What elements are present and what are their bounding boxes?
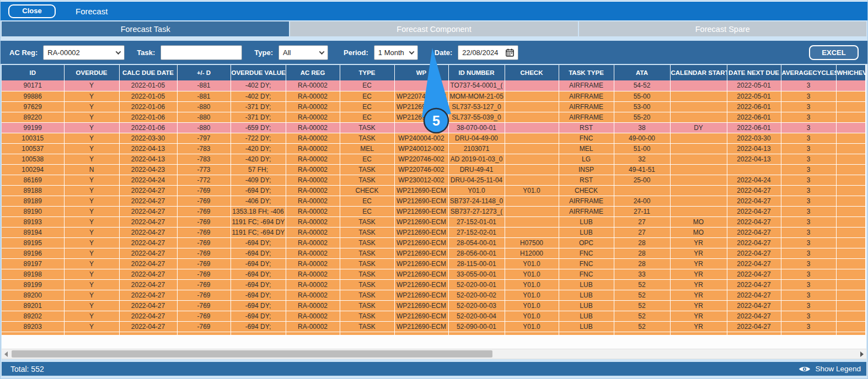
table-cell: 89195	[2, 237, 64, 248]
table-cell: YR	[670, 258, 727, 269]
table-cell: EC	[340, 206, 394, 216]
tab-forecast-task[interactable]: Forecast Task	[2, 21, 289, 36]
column-header-averagecycles[interactable]: AVERAGECYCLES	[781, 65, 836, 80]
table-cell: -402 DY;	[231, 80, 286, 91]
table-row[interactable]: 100537Y2022-04-13-783-420 DY;RA-00002MEL…	[2, 143, 865, 154]
task-input[interactable]	[160, 45, 242, 60]
close-button[interactable]: Close	[8, 4, 56, 18]
table-row[interactable]: 89198Y2022-04-27-769-694 DY;RA-00002TASK…	[2, 269, 865, 279]
table-cell: 2022-04-27	[119, 258, 177, 269]
table-row[interactable]: 97629Y2022-01-06-880-371 DY;RA-00002ECWP…	[2, 101, 865, 112]
table-cell: 52	[614, 321, 670, 332]
column-header-type[interactable]: TYPE	[340, 65, 394, 80]
table-cell: 2022-04-24	[119, 175, 177, 185]
table-row[interactable]: 89195Y2022-04-27-769-694 DY;RA-00002TASK…	[2, 237, 865, 248]
column-header-whichever[interactable]: WHICHEVER	[836, 65, 865, 80]
scrollbar-thumb[interactable]	[12, 350, 492, 358]
table-row[interactable]: 99199Y2022-01-06-880-659 DY;RA-00002TASK…	[2, 122, 865, 133]
scroll-left-arrow-icon[interactable]	[4, 351, 8, 357]
table-cell: DY	[670, 122, 727, 133]
table-row[interactable]: 89220Y2022-01-06-880-371 DY;RA-00002ECWP…	[2, 112, 865, 122]
table-cell	[670, 154, 727, 164]
table-cell: 3	[781, 237, 836, 248]
ac-reg-select[interactable]: RA-00002	[43, 45, 125, 60]
column-header-overdue[interactable]: OVERDUE	[64, 65, 119, 80]
table-cell: FNC	[559, 133, 614, 143]
table-cell: 2022-04-13	[119, 154, 177, 164]
table-row[interactable]: 89189Y2022-04-27-769-406 DY;RA-00002ECWP…	[2, 196, 865, 206]
excel-button[interactable]: EXCEL	[809, 45, 859, 60]
column-header--d[interactable]: +/- D	[177, 65, 231, 80]
table-cell: RA-00002	[286, 216, 340, 227]
table-cell	[505, 227, 559, 237]
table-cell: 2022-04-27	[119, 206, 177, 216]
horizontal-scrollbar[interactable]	[2, 349, 866, 359]
table-cell: 27-152-01-01	[448, 216, 505, 227]
table-cell: WP212690-ECM	[394, 269, 448, 279]
table-cell: -722 DY;	[231, 133, 286, 143]
column-header-ac-reg[interactable]: AC REG	[286, 65, 340, 80]
table-row[interactable]: 86169Y2022-04-24-772-409 DY;RA-00002TASK…	[2, 175, 865, 185]
table-cell: RA-00002	[286, 133, 340, 143]
table-row[interactable]: 89188Y2022-04-27-769-694 DY;RA-00002CHEC…	[2, 185, 865, 196]
table-cell: TASK	[340, 321, 394, 332]
table-row[interactable]: 89197Y2022-04-27-769-694 DY;RA-00002TASK…	[2, 258, 865, 269]
scroll-right-arrow-icon[interactable]	[860, 351, 864, 357]
table-cell: RA-00002	[286, 248, 340, 258]
table-cell	[505, 133, 559, 143]
column-header-calendar-start[interactable]: CALENDAR START	[670, 65, 727, 80]
table-cell: WP212690-ECM	[394, 196, 448, 206]
table-cell: DRU-04-25-11-04	[448, 175, 505, 185]
table-cell: MOM-MOM-21-05	[448, 91, 505, 101]
table-row[interactable]: 89199Y2022-04-27-769-694 DY;RA-00002TASK…	[2, 279, 865, 290]
table-row[interactable]: 89203Y2022-04-27-769-694 DY;RA-00002TASK…	[2, 321, 865, 332]
table-cell: Y	[64, 321, 119, 332]
table-cell: 2022-01-06	[119, 112, 177, 122]
table-cell: 28-056-00-01	[448, 248, 505, 258]
column-header-id-number[interactable]: ID NUMBER	[448, 65, 505, 80]
tab-forecast-spare[interactable]: Forecast Spare	[579, 21, 866, 36]
table-cell	[836, 122, 865, 133]
calendar-icon[interactable]	[506, 48, 514, 57]
table-row[interactable]: 89200Y2022-04-27-769-694 DY;RA-00002TASK…	[2, 290, 865, 300]
table-cell: RA-00002	[286, 290, 340, 300]
show-legend-button[interactable]: Show Legend	[799, 365, 861, 373]
column-header-ata[interactable]: ATA	[614, 65, 670, 80]
table-row[interactable]: 89190Y2022-04-27-7691353.18 FH; -406RA-0…	[2, 206, 865, 216]
date-input[interactable]: 22/08/2024	[458, 45, 518, 60]
table-cell: -371 DY;	[231, 112, 286, 122]
column-header-calc-due-date[interactable]: CALC DUE DATE	[119, 65, 177, 80]
table-row[interactable]: 100294N2022-04-23-77357 FH;RA-00002TASKW…	[2, 164, 865, 175]
table-cell	[836, 332, 865, 335]
column-header-wp[interactable]: WP	[394, 65, 448, 80]
table-cell: YR	[670, 269, 727, 279]
column-header-task-type[interactable]: TASK TYPE	[559, 65, 614, 80]
table-row[interactable]: 99886Y2022-01-05-881-402 DY;RA-00002ECWP…	[2, 91, 865, 101]
column-header-overdue-value[interactable]: OVERDUE VALUE	[231, 65, 286, 80]
table-cell: 2022-04-27	[119, 279, 177, 290]
table-cell: 27-152-02-01	[448, 227, 505, 237]
table-row[interactable]: 100538Y2022-04-13-783-420 DY;RA-00002ECW…	[2, 154, 865, 164]
table-cell: 2022-04-27	[727, 185, 781, 196]
table-cell	[670, 143, 727, 154]
table-cell: YR	[670, 237, 727, 248]
period-select[interactable]: 1 Month	[374, 45, 418, 60]
table-row[interactable]: 90171Y2022-01-05-881-402 DY;RA-00002ECTO…	[2, 80, 865, 91]
table-cell: 2022-04-27	[727, 248, 781, 258]
table-row[interactable]: 89193Y2022-04-27-7691191 FC; -694 DYRA-0…	[2, 216, 865, 227]
table-row[interactable]: 89201Y2022-04-27-769-694 DY;RA-00002TASK…	[2, 300, 865, 311]
table-cell: WP212690-ECM	[394, 279, 448, 290]
table-cell: FNC	[559, 258, 614, 269]
table-row[interactable]: 89202Y2022-04-27-769-694 DY;RA-00002TASK…	[2, 311, 865, 321]
column-header-id[interactable]: ID	[2, 65, 64, 80]
table-cell: H12000	[505, 248, 559, 258]
table-row[interactable]: 89194Y2022-04-27-7691191 FC; -694 DYRA-0…	[2, 227, 865, 237]
table-cell	[836, 216, 865, 227]
tab-forecast-component[interactable]: Forecast Component	[290, 21, 577, 36]
table-row[interactable]: 100315Y2022-03-30-797-722 DY;RA-00002TAS…	[2, 133, 865, 143]
column-header-date-next-due[interactable]: DATE NEXT DUE	[727, 65, 781, 80]
table-row[interactable]: 89196Y2022-04-27-769-694 DY;RA-00002TASK…	[2, 248, 865, 258]
column-header-check[interactable]: CHECK	[505, 65, 559, 80]
type-select[interactable]: All	[278, 45, 328, 60]
table-cell: LUB	[559, 321, 614, 332]
